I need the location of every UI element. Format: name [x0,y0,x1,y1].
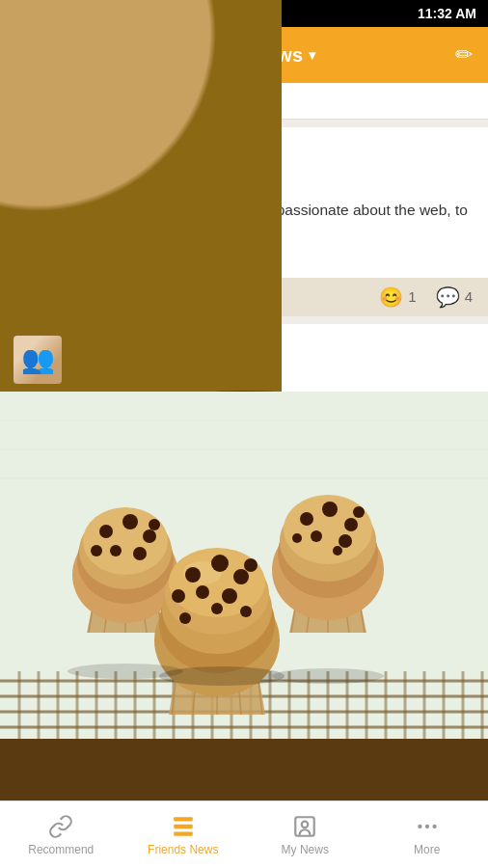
nav-more-label: More [414,843,440,856]
edit-icon[interactable]: ✏ [455,42,473,68]
svg-point-97 [432,824,436,827]
svg-point-86 [240,606,252,617]
my-news-icon [292,814,317,839]
svg-point-95 [418,824,421,827]
smile-count: 1 [408,288,416,305]
nav-friends-news-label: Friends News [148,843,218,856]
svg-point-42 [99,525,113,538]
svg-point-84 [211,603,223,614]
svg-point-65 [333,546,342,556]
svg-point-81 [222,588,237,604]
nav-my-news-label: My News [282,843,329,856]
nav-recommend-label: Recommend [28,843,94,856]
svg-point-79 [233,569,249,584]
comment-icon: 💬 [436,285,460,309]
avatar-nicole[interactable] [14,336,62,384]
dropdown-arrow-icon: ▾ [309,47,315,63]
post-image-nicole[interactable] [0,392,488,739]
bottom-nav: Recommend Friends News My News More [0,800,488,868]
friends-news-icon [171,814,196,839]
comment-reaction[interactable]: 💬 4 [436,285,473,309]
svg-point-89 [159,666,285,686]
more-icon [415,814,440,839]
post-header-matt: Matt Thu, 5:31 PM [0,127,488,195]
svg-point-78 [211,555,229,572]
svg-point-58 [300,512,313,526]
svg-rect-92 [174,831,193,835]
svg-point-61 [311,530,322,542]
svg-point-63 [292,533,302,543]
svg-rect-91 [174,824,193,827]
svg-point-46 [133,547,147,560]
svg-point-48 [149,519,160,530]
svg-point-96 [425,824,429,827]
svg-point-88 [272,668,384,684]
recommend-icon [48,814,73,839]
post-card-matt: Matt Thu, 5:31 PM I'm looking for a tale… [0,127,488,316]
svg-point-43 [122,514,138,529]
svg-point-47 [91,545,102,556]
comment-count: 4 [465,288,473,305]
svg-point-82 [172,589,185,603]
nav-recommend[interactable]: Recommend [0,814,122,856]
svg-point-44 [143,529,156,543]
smile-icon: 😊 [379,285,403,309]
svg-point-62 [339,534,352,548]
content-area: Stories complimented by Amy Matt Thu, 5:… [0,83,488,800]
svg-point-59 [322,502,338,517]
svg-rect-90 [174,817,193,821]
svg-point-85 [179,612,191,624]
time-display: 11:32 AM [418,6,476,21]
avatar-matt[interactable] [14,139,62,187]
svg-point-94 [302,821,309,827]
svg-point-45 [110,545,122,556]
svg-point-60 [344,518,358,531]
nav-more[interactable]: More [366,814,489,856]
svg-point-80 [196,585,209,599]
nav-friends-news[interactable]: Friends News [122,814,245,856]
nav-my-news[interactable]: My News [244,814,366,856]
svg-point-77 [185,567,201,583]
svg-point-64 [353,506,365,518]
smile-reaction[interactable]: 😊 1 [379,285,416,309]
post-card-nicole: Nicole May 31, 2013 [0,324,488,779]
svg-point-83 [244,558,258,572]
